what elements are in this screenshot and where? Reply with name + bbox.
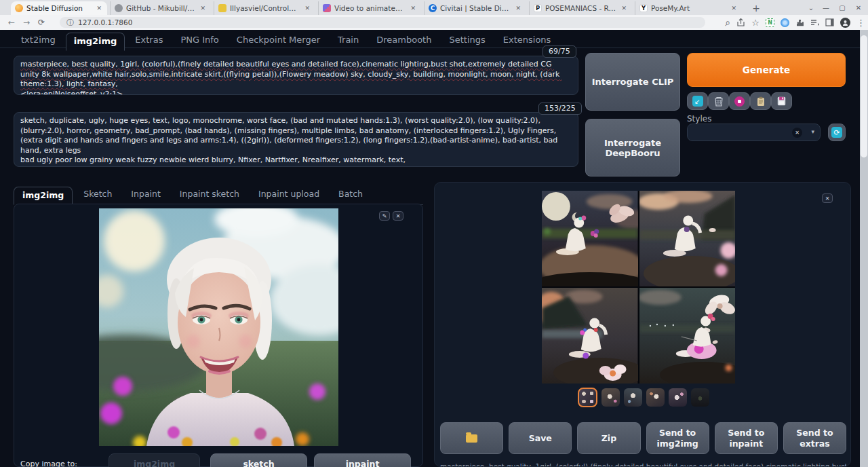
address-bar[interactable]: ⓘ 127.0.0.1:7860 bbox=[60, 17, 705, 28]
copy-image-row: Copy image to: img2img sketch inpaint bbox=[14, 452, 423, 467]
scrollbar-thumb[interactable] bbox=[861, 35, 867, 157]
extension-n-button[interactable]: N bbox=[766, 18, 774, 27]
save-button[interactable]: Save bbox=[509, 422, 572, 454]
styles-caret-icon[interactable]: ▾ bbox=[811, 128, 814, 135]
send-to-extras-button[interactable]: Send to extras bbox=[783, 422, 846, 454]
tab-posemaniacs[interactable]: P POSEMANIACS - Royalty free 3 ✕ bbox=[529, 1, 632, 15]
extensions-button[interactable] bbox=[795, 18, 804, 27]
copy-to-img2img-button[interactable]: img2img bbox=[108, 453, 200, 467]
open-folder-button[interactable] bbox=[440, 422, 503, 454]
back-button[interactable]: ← bbox=[4, 18, 19, 27]
interrogate-clip-button[interactable]: Interrogate CLIP bbox=[585, 53, 680, 111]
page-scrollbar[interactable] bbox=[860, 30, 868, 467]
send-to-img2img-button[interactable]: Send to img2img bbox=[646, 422, 709, 454]
tab-github[interactable]: GitHub - Mikubill/sd-webui-con ✕ bbox=[110, 1, 211, 15]
apply-styles-button[interactable] bbox=[750, 92, 771, 110]
result-gallery-panel: ✕ bbox=[434, 182, 851, 467]
window-minimize-button[interactable]: — bbox=[818, 0, 834, 15]
extension-n-icon: N bbox=[768, 20, 772, 26]
styles-clear-icon[interactable]: ✕ bbox=[792, 128, 802, 138]
prompt-input[interactable]: masterpiece, best quality, 1girl, (color… bbox=[14, 56, 578, 95]
extension-blue-button[interactable] bbox=[781, 18, 789, 27]
clear-prompt-button[interactable] bbox=[708, 92, 729, 110]
styles-dropdown[interactable]: ✕ ▾ bbox=[687, 124, 821, 141]
side-panel-button[interactable] bbox=[825, 18, 834, 26]
extra-networks-button[interactable] bbox=[729, 92, 750, 110]
subtab-inpaint[interactable]: Inpaint bbox=[123, 186, 169, 204]
menu-dots-icon: ⋮ bbox=[856, 18, 865, 28]
tab-title: POSEMANIACS - Royalty free 3 bbox=[545, 4, 616, 12]
zoom-button[interactable]: ⌕ bbox=[726, 17, 731, 29]
interrogate-deepbooru-button[interactable]: Interrogate DeepBooru bbox=[585, 119, 680, 176]
thumbnail-4[interactable] bbox=[646, 388, 665, 407]
tab-checkpoint-merger[interactable]: Checkpoint Merger bbox=[229, 32, 328, 50]
share-button[interactable] bbox=[736, 18, 745, 27]
subtab-img2img[interactable]: img2img bbox=[14, 187, 73, 205]
thumbnail-1-selected[interactable] bbox=[578, 388, 597, 407]
window-maximize-button[interactable]: ▢ bbox=[834, 0, 850, 15]
tab-close-icon[interactable]: ✕ bbox=[730, 5, 738, 12]
negative-prompt-input[interactable]: sketch, duplicate, ugly, huge eyes, text… bbox=[14, 112, 578, 167]
refresh-styles-button[interactable]: ⟳ bbox=[828, 124, 846, 141]
url-text: 127.0.0.1:7860 bbox=[78, 18, 132, 26]
result-image-1[interactable] bbox=[542, 191, 638, 286]
generate-button[interactable]: Generate bbox=[687, 53, 846, 87]
reload-button[interactable]: ⟳ bbox=[34, 18, 49, 27]
subtab-inpaint-sketch[interactable]: Inpaint sketch bbox=[172, 186, 248, 204]
tab-close-icon[interactable]: ✕ bbox=[95, 5, 103, 12]
gallery-close-button[interactable]: ✕ bbox=[822, 193, 833, 203]
zip-button[interactable]: Zip bbox=[577, 422, 640, 454]
main-nav: txt2img img2img Extras PNG Info Checkpoi… bbox=[14, 32, 558, 50]
styles-label: Styles bbox=[687, 114, 711, 124]
subtab-sketch[interactable]: Sketch bbox=[75, 186, 120, 204]
new-tab-button[interactable]: + bbox=[749, 2, 763, 14]
thumbnail-6[interactable] bbox=[691, 388, 709, 407]
result-image-grid[interactable] bbox=[542, 191, 735, 384]
tab-title: Stable Diffusion bbox=[26, 4, 92, 12]
paste-params-button[interactable]: ↙ bbox=[687, 92, 708, 110]
browser-menu-button[interactable]: ⋮ bbox=[856, 18, 865, 28]
tab-settings[interactable]: Settings bbox=[441, 32, 492, 50]
tab-close-icon[interactable]: ✕ bbox=[620, 5, 628, 12]
paste-params-icon: ↙ bbox=[692, 96, 703, 107]
tab-civitai[interactable]: C Civitai | Stable Diffusion model ✕ bbox=[424, 1, 526, 15]
source-image[interactable] bbox=[99, 208, 338, 446]
window-close-icon: ✕ bbox=[856, 4, 861, 12]
reading-list-button[interactable] bbox=[810, 19, 819, 26]
bookmark-button[interactable]: ☆ bbox=[751, 18, 760, 28]
tab-search-button[interactable]: ⌄ bbox=[803, 0, 819, 15]
copy-to-sketch-button[interactable]: sketch bbox=[210, 453, 307, 467]
tab-png-info[interactable]: PNG Info bbox=[173, 32, 226, 50]
tab-close-icon[interactable]: ✕ bbox=[199, 5, 207, 12]
tab-close-icon[interactable]: ✕ bbox=[514, 5, 522, 12]
tab-extras[interactable]: Extras bbox=[127, 32, 170, 50]
tab-title: Video to animated GIF converter bbox=[334, 4, 406, 12]
profile-avatar[interactable] bbox=[840, 18, 850, 28]
tab-controlnet[interactable]: Illyasviel/ControlNet at main ✕ bbox=[214, 1, 315, 15]
tab-close-icon[interactable]: ✕ bbox=[409, 5, 417, 12]
copy-to-inpaint-button[interactable]: inpaint bbox=[314, 453, 411, 467]
remove-image-button[interactable]: ✕ bbox=[393, 211, 403, 221]
thumbnail-5[interactable] bbox=[669, 388, 687, 407]
tab-txt2img[interactable]: txt2img bbox=[14, 32, 63, 50]
forward-button[interactable]: → bbox=[19, 18, 34, 27]
tab-stable-diffusion[interactable]: Stable Diffusion ✕ bbox=[11, 1, 107, 15]
save-style-button[interactable] bbox=[771, 92, 792, 110]
tab-gif-converter[interactable]: Video to animated GIF converter ✕ bbox=[318, 1, 421, 15]
send-to-inpaint-button[interactable]: Send to inpaint bbox=[715, 422, 778, 454]
result-image-4[interactable] bbox=[639, 288, 736, 384]
result-image-2[interactable] bbox=[639, 191, 736, 286]
tab-img2img[interactable]: img2img bbox=[66, 33, 125, 51]
tab-close-icon[interactable]: ✕ bbox=[303, 5, 311, 12]
tab-train[interactable]: Train bbox=[330, 32, 366, 50]
subtab-inpaint-upload[interactable]: Inpaint upload bbox=[250, 186, 328, 204]
subtab-batch[interactable]: Batch bbox=[330, 186, 371, 204]
result-image-3[interactable] bbox=[542, 288, 638, 384]
tab-posemy-art[interactable]: Y PoseMy.Art ✕ bbox=[635, 1, 742, 15]
thumbnail-2[interactable] bbox=[601, 388, 620, 407]
site-info-icon[interactable]: ⓘ bbox=[66, 18, 74, 28]
thumbnail-3[interactable] bbox=[624, 388, 642, 407]
edit-image-button[interactable]: ✎ bbox=[379, 211, 390, 221]
tab-dreambooth[interactable]: Dreambooth bbox=[369, 32, 439, 50]
window-close-button[interactable]: ✕ bbox=[850, 0, 867, 15]
